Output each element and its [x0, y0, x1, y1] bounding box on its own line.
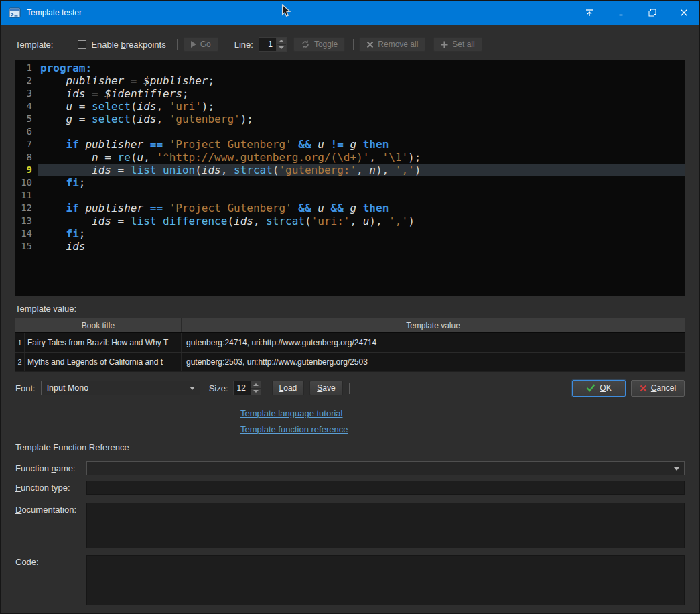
template-label: Template:: [15, 40, 53, 50]
documentation-field[interactable]: [86, 503, 685, 548]
template-value-label: Template value:: [15, 304, 685, 314]
save-button[interactable]: Save: [309, 381, 342, 395]
go-button-label: Go: [200, 40, 211, 49]
breakpoint-toolbar: Template: Enable breakpoints Go Line:: [15, 36, 685, 53]
column-header-template-value[interactable]: Template value: [182, 318, 685, 332]
font-combo-value: Input Mono: [47, 383, 89, 393]
editor-line-6[interactable]: 6: [15, 125, 685, 138]
ok-button-label: OK: [600, 383, 611, 393]
column-header-book-title[interactable]: Book title: [15, 318, 182, 332]
function-name-combo[interactable]: [86, 461, 685, 475]
checkbox-box[interactable]: [78, 40, 86, 49]
cancel-button[interactable]: Cancel: [631, 380, 685, 397]
separator: [353, 39, 354, 50]
line-number: 13: [15, 214, 38, 227]
code-line-text: ids = list_union(ids, strcat('gutenberg:…: [38, 164, 685, 176]
template-function-reference-link[interactable]: Template function reference: [240, 424, 348, 434]
enable-breakpoints-checkbox[interactable]: Enable breakpoints: [78, 40, 165, 50]
code-field[interactable]: [86, 555, 685, 605]
editor-line-13[interactable]: 13 ids = list_difference(ids, strcat('ur…: [15, 214, 685, 227]
restore-icon[interactable]: [636, 1, 668, 25]
code-line-text: ids = list_difference(ids, strcat('uri:'…: [38, 214, 685, 227]
load-button-label: Load: [279, 383, 297, 393]
chevron-down-icon: [190, 387, 195, 390]
book-title-cell: Myths and Legends of California and t: [25, 353, 182, 371]
spin-down-icon[interactable]: [277, 45, 286, 52]
font-label: Font:: [15, 383, 36, 393]
go-button[interactable]: Go: [184, 37, 218, 52]
template-tester-window: Template tester: [0, 0, 700, 614]
ok-button[interactable]: OK: [572, 380, 626, 397]
template-editor[interactable]: 1program:2 publisher = $publisher;3 ids …: [15, 60, 685, 296]
font-combo[interactable]: Input Mono: [41, 381, 200, 395]
spin-up-icon[interactable]: [251, 381, 261, 389]
set-all-button[interactable]: Set all: [433, 37, 482, 52]
code-line-text: [38, 125, 685, 138]
code-line-text: ids: [38, 240, 685, 253]
size-spinbox[interactable]: [233, 381, 261, 395]
function-type-field[interactable]: [86, 481, 685, 495]
result-row[interactable]: 2Myths and Legends of California and tgu…: [15, 352, 685, 371]
editor-line-8[interactable]: 8 n = re(u, '^http://www.gutenberg.org/(…: [15, 151, 685, 164]
roll-up-icon[interactable]: [573, 1, 605, 25]
line-spinbox[interactable]: [259, 37, 287, 52]
code-line-text: if publisher == 'Project Gutenberg' && u…: [38, 202, 685, 214]
cancel-x-icon: [640, 385, 647, 392]
code-line-text: fi;: [38, 227, 685, 240]
line-number: 10: [15, 176, 38, 189]
load-button[interactable]: Load: [272, 381, 305, 395]
template-value-cell: gutenberg:2503, uri:http://www.gutenberg…: [182, 353, 685, 371]
spin-down-icon[interactable]: [251, 389, 261, 395]
line-number: 15: [15, 240, 38, 253]
book-title-cell: Fairy Tales from Brazil: How and Why T: [25, 333, 182, 352]
set-all-label: Set all: [452, 40, 474, 49]
function-name-row: Function name:: [15, 461, 685, 475]
remove-all-button[interactable]: Remove all: [359, 37, 425, 52]
code-line-text: n = re(u, '^http://www.gutenberg.org/(\d…: [38, 151, 685, 164]
help-links: Template language tutorial Template func…: [15, 408, 685, 434]
code-line-text: publisher = $publisher;: [38, 74, 685, 87]
window-title: Template tester: [27, 8, 82, 17]
editor-line-7[interactable]: 7 if publisher == 'Project Gutenberg' &&…: [15, 138, 685, 151]
size-input[interactable]: [233, 381, 251, 395]
line-number: 12: [15, 202, 38, 214]
code-line-text: program:: [38, 62, 685, 74]
enable-breakpoints-label: Enable breakpoints: [91, 40, 165, 50]
line-number: 5: [15, 113, 38, 125]
editor-line-3[interactable]: 3 ids = $identifiers;: [15, 87, 685, 100]
results-table[interactable]: Book title Template value 1Fairy Tales f…: [15, 318, 685, 372]
editor-line-4[interactable]: 4 u = select(ids, 'uri');: [15, 100, 685, 113]
template-tutorial-link[interactable]: Template language tutorial: [240, 408, 343, 418]
set-all-icon: [441, 41, 448, 48]
code-row: Code:: [15, 555, 685, 605]
app-icon: [9, 7, 21, 19]
editor-line-11[interactable]: 11: [15, 189, 685, 202]
line-number: 6: [15, 125, 38, 138]
line-spin-buttons: [277, 37, 287, 52]
editor-lines: 1program:2 publisher = $publisher;3 ids …: [15, 62, 685, 253]
editor-line-1[interactable]: 1program:: [15, 62, 685, 74]
editor-line-9[interactable]: 9 ids = list_union(ids, strcat('gutenber…: [15, 164, 685, 176]
close-icon[interactable]: [668, 1, 699, 25]
toggle-button[interactable]: Toggle: [293, 37, 345, 52]
toggle-button-label: Toggle: [314, 40, 338, 49]
editor-line-5[interactable]: 5 g = select(ids, 'gutenberg');: [15, 113, 685, 125]
minimize-icon[interactable]: [605, 1, 636, 25]
editor-line-10[interactable]: 10 fi;: [15, 176, 685, 189]
code-line-text: u = select(ids, 'uri');: [38, 100, 685, 113]
editor-line-15[interactable]: 15 ids: [15, 240, 685, 253]
row-number: 2: [15, 353, 25, 371]
documentation-row: Documentation:: [15, 503, 685, 548]
editor-line-14[interactable]: 14 fi;: [15, 227, 685, 240]
line-input[interactable]: [259, 37, 277, 52]
editor-line-12[interactable]: 12 if publisher == 'Project Gutenberg' &…: [15, 202, 685, 214]
result-row[interactable]: 1Fairy Tales from Brazil: How and Why Tg…: [15, 332, 685, 352]
code-line-text: ids = $identifiers;: [38, 87, 685, 100]
spin-up-icon[interactable]: [277, 38, 286, 45]
size-label: Size:: [209, 383, 228, 393]
editor-line-2[interactable]: 2 publisher = $publisher;: [15, 74, 685, 87]
line-number: 2: [15, 74, 38, 87]
function-type-label: Function type:: [15, 483, 86, 493]
separator: [349, 383, 350, 394]
titlebar[interactable]: Template tester: [1, 1, 699, 25]
